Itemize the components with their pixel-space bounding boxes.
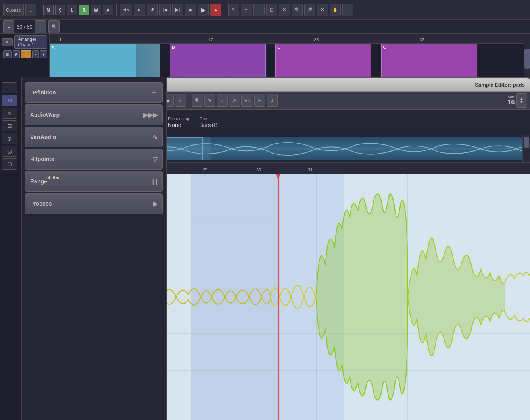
configurations-btn[interactable]: Cubase: [3, 4, 24, 16]
se-scissors-btn[interactable]: ✂: [254, 94, 265, 107]
nudge-right-btn[interactable]: ▸: [134, 4, 145, 16]
left-btn-6[interactable]: ◎: [2, 146, 17, 157]
play-btn[interactable]: ▶: [198, 4, 209, 16]
ruler-30: 30: [256, 168, 261, 172]
track-edit-btn[interactable]: e: [13, 50, 20, 58]
selection-end-line: [344, 174, 344, 420]
left-btn-4[interactable]: ⊟: [2, 120, 17, 131]
process-btn[interactable]: Process ▶: [25, 193, 163, 214]
clip-a[interactable]: A: [50, 44, 136, 77]
nudge-left-btn[interactable]: ⊲⊲: [120, 4, 132, 16]
home-btn[interactable]: ⌂: [25, 4, 36, 16]
mode-r[interactable]: R: [79, 5, 89, 15]
clip-c1[interactable]: C: [275, 44, 371, 77]
search-btn[interactable]: 🔍: [48, 20, 60, 33]
scissors-tool[interactable]: ✂: [241, 4, 252, 16]
ruler-mark-33: 33: [419, 37, 424, 42]
domain-section: Dom Bars+B: [194, 110, 223, 135]
inspector-items: Definition ↔ AudioWarp ▶▶▶ VariAudio ∿ H…: [22, 77, 166, 219]
arranger-header: ≡ 60 / 60 + 🔍: [0, 20, 530, 34]
audiowarp-btn[interactable]: AudioWarp ▶▶▶: [25, 104, 163, 125]
separator-2: [116, 4, 117, 16]
ruler-29: 29: [203, 168, 207, 172]
clip-b[interactable]: B: [170, 44, 266, 77]
track-minus-btn[interactable]: -: [32, 50, 39, 58]
record-btn[interactable]: ●: [210, 4, 221, 16]
arranger-track: ≡ Arranger Chain 1 ≡ e ♪ - ▾ 1 17 25 33 …: [0, 34, 530, 83]
event-start-tooltip: nt Start: [44, 174, 63, 181]
clip-a2[interactable]: [136, 44, 160, 77]
zoom-in-btn[interactable]: 🔍: [292, 4, 303, 16]
ruler-31: 31: [308, 168, 313, 172]
selection-start-line: [191, 174, 191, 420]
overview-vscroll[interactable]: [522, 135, 530, 162]
bars-control: Bars 16: [507, 95, 515, 106]
close-x-btn[interactable]: ✕: [317, 4, 328, 16]
track-fold-btn[interactable]: ≡: [2, 38, 13, 46]
ruler-mark-17: 17: [208, 37, 213, 42]
process-icon: ▶: [153, 200, 157, 208]
track-settings-btn[interactable]: ≡: [3, 50, 12, 58]
ruler-mark-1: 1: [59, 37, 61, 42]
se-sep-2: [189, 94, 189, 106]
track-label-area: ≡ Arranger Chain 1 ≡ e ♪ - ▾: [0, 34, 50, 83]
track-down-btn[interactable]: ▾: [40, 50, 47, 58]
left-btn-7[interactable]: ⬡: [2, 158, 17, 170]
mode-w[interactable]: W: [91, 5, 101, 15]
left-btn-2[interactable]: ⟲: [2, 95, 17, 106]
info-btn[interactable]: ℹ: [342, 4, 353, 16]
arranger-timeline: 1 17 25 33 A B C C: [50, 34, 530, 83]
mode-m[interactable]: M: [43, 5, 54, 15]
draw-tool[interactable]: ⌐: [253, 4, 265, 16]
hitpoints-btn[interactable]: Hitpoints ▽: [25, 149, 163, 170]
se-waveform-btn[interactable]: ∿∿: [241, 94, 253, 107]
playhead-line: [278, 174, 279, 420]
arranger-area: ≡ 60 / 60 + 🔍 ≡ Arranger Chain 1 ≡ e ♪ -…: [0, 20, 530, 83]
definition-icon: ↔: [151, 89, 157, 96]
stop-btn[interactable]: ■: [185, 4, 196, 16]
mute-tool[interactable]: ✕: [279, 4, 290, 16]
loop-btn[interactable]: ↺: [147, 4, 158, 16]
mode-a[interactable]: A: [103, 5, 113, 15]
skip-back-btn[interactable]: |◀: [159, 4, 171, 16]
separator-1: [40, 4, 40, 16]
top-bar: Cubase ⌂ M S L R W A ⊲⊲ ▸ ↺ |◀ ▶| ■ ▶ ● …: [0, 0, 530, 20]
add-btn[interactable]: +: [35, 20, 46, 33]
ruler-mark-25: 25: [314, 37, 319, 42]
hitpoints-icon: ▽: [153, 156, 157, 163]
se-audio-btn[interactable]: ♪: [217, 94, 228, 107]
arranger-chain-label: Arranger Chain 1: [14, 35, 47, 49]
se-zoom-btn[interactable]: 🔍: [192, 94, 203, 107]
clip-c2[interactable]: C: [381, 44, 477, 77]
inspector-panel: ≡ ⟲ ✕ ⊟ ⊕ ◎ ⬡: [0, 77, 22, 420]
mode-s[interactable]: S: [55, 5, 65, 15]
left-btn-1[interactable]: ≡: [2, 82, 17, 93]
left-btn-3[interactable]: ✕: [2, 108, 17, 119]
variaudio-icon: ∿: [152, 133, 157, 141]
se-prev-btn[interactable]: ◁: [175, 94, 186, 107]
erase-tool[interactable]: ◻: [266, 4, 277, 16]
variaudio-btn[interactable]: VariAudio ∿: [25, 127, 163, 147]
timeline-scrollbar[interactable]: [524, 34, 530, 83]
processing-section: Processing None: [163, 110, 194, 135]
zoom-out-btn[interactable]: 🔎: [304, 4, 315, 16]
scrollbar-thumb: [524, 49, 530, 69]
skip-fwd-btn[interactable]: ▶|: [172, 4, 183, 16]
se-pencil-btn[interactable]: ✎: [204, 94, 215, 107]
track-music-btn[interactable]: ♪: [21, 50, 31, 58]
se-arrow-btn[interactable]: ↗: [229, 94, 240, 107]
se-note-btn[interactable]: ♩: [267, 94, 278, 107]
mode-l[interactable]: L: [67, 5, 77, 15]
arranger-menu-btn[interactable]: ≡: [3, 20, 14, 33]
hand-tool[interactable]: ✋: [330, 4, 341, 16]
timeline-ruler: 1 17 25 33: [50, 34, 530, 44]
bars-up-down[interactable]: ▲ ▼: [516, 93, 527, 108]
range-icon: | |: [152, 178, 157, 185]
audiowarp-icon: ▶▶▶: [143, 111, 157, 119]
side-inspector: Definition ↔ AudioWarp ▶▶▶ VariAudio ∿ H…: [22, 77, 167, 420]
definition-btn[interactable]: Definition ↔: [25, 82, 163, 103]
separator-3: [225, 4, 225, 16]
duration-display: 60 / 60: [17, 24, 33, 30]
select-tool[interactable]: ↖: [228, 4, 239, 16]
left-btn-5[interactable]: ⊕: [2, 133, 17, 144]
